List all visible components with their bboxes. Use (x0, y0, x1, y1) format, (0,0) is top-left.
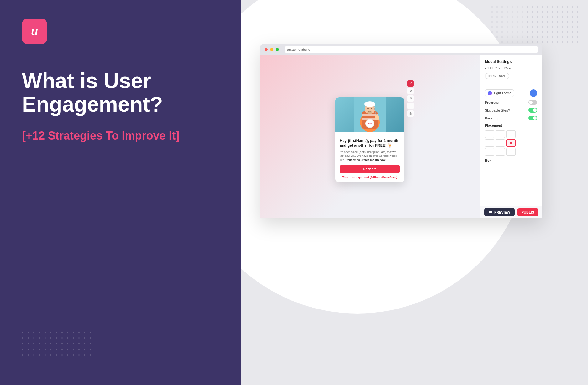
placement-mid-center[interactable] (496, 139, 505, 147)
eye-icon: 👁 (489, 210, 492, 214)
svg-rect-7 (366, 102, 374, 105)
publish-button[interactable]: PUBLIS (517, 208, 538, 216)
placement-top-center[interactable] (496, 130, 505, 138)
placement-grid (485, 130, 537, 156)
dots-decoration-top-right (491, 6, 582, 46)
settings-steps-indicator: ◂ 1 OF 2 STEPS ▸ (485, 66, 537, 70)
browser-dot-expand (276, 48, 279, 51)
modal-card: AM Hey {firstName}, pay for 1 month and … (335, 97, 404, 183)
theme-label: Light Theme (494, 92, 511, 95)
settings-panel: Modal Settings ◂ 1 OF 2 STEPS ▸ INDIVIDU… (480, 55, 542, 218)
logo-letter: u (31, 25, 38, 38)
browser-mockup: an.acmelabs.io ✓ ✕ ⧉ ☰ 🗑 (260, 44, 542, 218)
placement-section-label: Placement (485, 124, 537, 127)
modal-settings-icon[interactable]: ☰ (407, 103, 414, 109)
svg-point-10 (367, 111, 372, 114)
settings-individual-tab[interactable]: INDIVIDUAL (485, 73, 509, 79)
progress-label: Progress (485, 101, 499, 104)
placement-mid-right[interactable] (506, 139, 516, 147)
logo: u (22, 19, 47, 44)
modal-description: It's been since {lastSubscriptionDate} t… (340, 150, 400, 162)
modal-redeem-button[interactable]: Redeem (340, 165, 400, 173)
browser-dot-close (265, 48, 268, 51)
modal-trash-icon[interactable]: 🗑 (407, 110, 414, 117)
modal-brand-logo: AM (365, 119, 374, 128)
left-panel: u What is User Engagement? [+12 Strategi… (0, 0, 241, 385)
modal-body: Hey {firstName}, pay for 1 month and get… (335, 135, 404, 183)
modal-edit-toolbar: ✓ ✕ ⧉ ☰ 🗑 (407, 80, 414, 117)
browser-bar: an.acmelabs.io (260, 44, 542, 55)
browser-address-bar: an.acmelabs.io (285, 46, 538, 53)
modal-close-icon[interactable]: ✕ (407, 88, 414, 94)
placement-bot-right[interactable] (506, 148, 516, 156)
dots-decoration-bottom-left: // Will generate dots via JS below (22, 332, 95, 360)
modal-check-icon[interactable]: ✓ (407, 80, 414, 87)
theme-selector[interactable]: Light Theme (485, 89, 514, 97)
svg-point-8 (367, 108, 369, 109)
preview-button[interactable]: 👁 PREVIEW (484, 208, 515, 216)
settings-divider-1 (485, 86, 537, 86)
box-section-label: Box (485, 159, 537, 162)
placement-bot-center[interactable] (496, 148, 505, 156)
modal-title: Hey {firstName}, pay for 1 month and get… (340, 139, 400, 148)
sub-heading: [+12 Strategies To Improve It] (22, 129, 219, 143)
backdrop-toggle[interactable] (528, 116, 537, 120)
placement-top-right[interactable] (506, 130, 516, 138)
svg-rect-12 (375, 115, 379, 120)
settings-panel-title: Modal Settings (485, 60, 537, 64)
skippable-label: Skippable Step? (485, 108, 510, 112)
placement-top-left[interactable] (485, 130, 494, 138)
skippable-toggle[interactable] (528, 108, 537, 113)
browser-dot-minimize (270, 48, 273, 51)
theme-toggle-button[interactable] (530, 89, 537, 97)
placement-active-dot (510, 142, 512, 144)
browser-content: ✓ ✕ ⧉ ☰ 🗑 (260, 55, 542, 218)
modal-hero-image: AM (335, 97, 404, 132)
progress-toggle[interactable] (528, 100, 537, 105)
backdrop-label: Backdrop (485, 116, 499, 120)
placement-bot-left[interactable] (485, 148, 494, 156)
canvas-area: ✓ ✕ ⧉ ☰ 🗑 (260, 55, 480, 218)
modal-footer: This offer expires at {24HoursSinceSeen} (340, 176, 400, 179)
settings-skippable-row: Skippable Step? (485, 108, 537, 113)
settings-theme-row: Light Theme (485, 89, 537, 97)
theme-color-circle (488, 91, 492, 95)
svg-point-9 (371, 108, 372, 109)
right-panel: an.acmelabs.io ✓ ✕ ⧉ ☰ 🗑 (241, 0, 588, 385)
placement-mid-left[interactable] (485, 139, 494, 147)
settings-bottom-bar: 👁 PREVIEW PUBLIS (480, 206, 542, 218)
modal-copy-icon[interactable]: ⧉ (407, 95, 414, 102)
settings-progress-row: Progress (485, 100, 537, 105)
main-heading: What is User Engagement? (22, 69, 219, 116)
settings-backdrop-row: Backdrop (485, 116, 537, 120)
modal-bold-text: Redeem your free month now! (346, 158, 386, 161)
